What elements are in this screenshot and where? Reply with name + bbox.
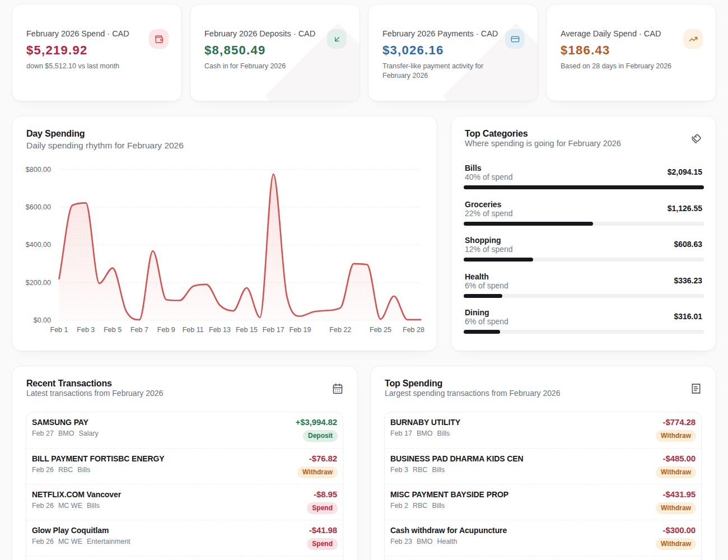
svg-text:Feb 7: Feb 7 [130, 326, 148, 334]
svg-text:$400.00: $400.00 [26, 241, 51, 249]
svg-text:$800.00: $800.00 [26, 166, 51, 174]
svg-text:Feb 22: Feb 22 [329, 326, 351, 334]
svg-text:$600.00: $600.00 [26, 203, 51, 211]
svg-text:Feb 9: Feb 9 [157, 326, 175, 334]
svg-text:Feb 15: Feb 15 [236, 326, 258, 334]
svg-text:Feb 25: Feb 25 [370, 326, 391, 334]
svg-text:Feb 11: Feb 11 [183, 326, 204, 334]
svg-text:$0.00: $0.00 [34, 316, 51, 324]
svg-text:Feb 5: Feb 5 [104, 326, 122, 334]
svg-text:Feb 17: Feb 17 [263, 326, 284, 334]
svg-text:Feb 13: Feb 13 [209, 326, 231, 334]
svg-text:Feb 19: Feb 19 [290, 326, 311, 334]
svg-text:Feb 1: Feb 1 [50, 326, 68, 334]
svg-text:Feb 28: Feb 28 [403, 326, 424, 334]
svg-text:Feb 3: Feb 3 [77, 326, 95, 334]
svg-text:$200.00: $200.00 [26, 279, 51, 287]
